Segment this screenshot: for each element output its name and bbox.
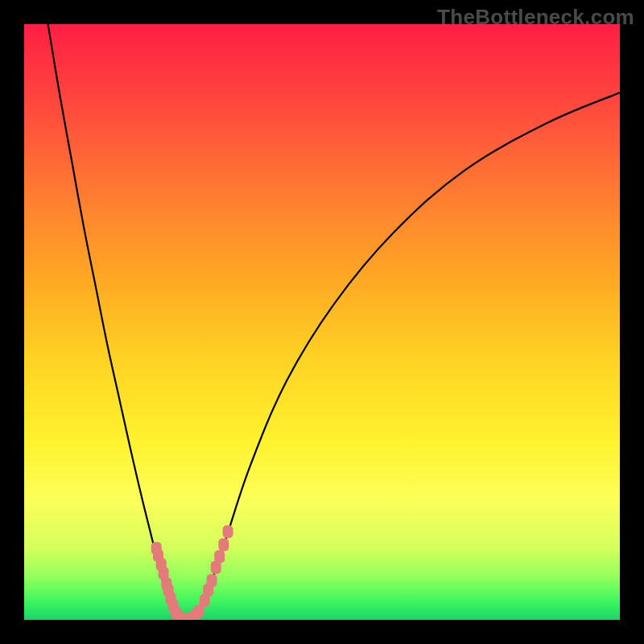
chart-frame: [24, 24, 620, 620]
data-bead: [218, 539, 229, 551]
beads-right-group: [189, 525, 233, 620]
beads-left-group: [151, 542, 194, 620]
watermark-text: TheBottleneck.com: [437, 5, 634, 30]
data-bead: [223, 525, 233, 538]
chart-svg: [24, 24, 620, 620]
data-bead: [214, 551, 225, 564]
data-bead: [207, 574, 217, 587]
curve-left-branch: [48, 24, 180, 620]
curve-right-branch: [191, 93, 620, 620]
